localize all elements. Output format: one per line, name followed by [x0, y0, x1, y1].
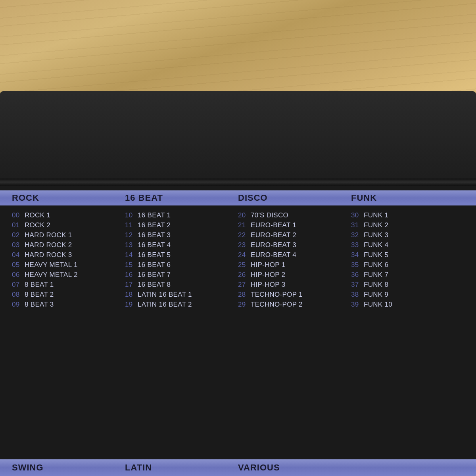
list-item: 39 FUNK 10	[351, 299, 464, 309]
item-number: 32	[351, 231, 364, 239]
item-label: FUNK 1	[364, 211, 388, 219]
item-number: 20	[238, 211, 251, 219]
list-item: 23 EURO-BEAT 3	[238, 240, 351, 250]
item-number: 38	[351, 291, 364, 299]
column-disco: 20 70'S DISCO21 EURO-BEAT 122 EURO-BEAT …	[238, 210, 351, 309]
column-rock: 00 ROCK 101 ROCK 202 HARD ROCK 103 HARD …	[12, 210, 125, 309]
column-funk: 30 FUNK 131 FUNK 232 FUNK 333 FUNK 434 F…	[351, 210, 464, 309]
item-label: 16 BEAT 6	[138, 261, 171, 269]
item-label: ROCK 2	[25, 221, 50, 229]
list-item: 27 HIP-HOP 3	[238, 280, 351, 290]
list-item: 05 HEAVY METAL 1	[12, 260, 125, 270]
item-number: 25	[238, 261, 251, 269]
item-number: 26	[238, 271, 251, 279]
list-item: 11 16 BEAT 2	[125, 220, 238, 230]
item-number: 02	[12, 231, 25, 239]
list-item: 28 TECHNO-POP 1	[238, 290, 351, 299]
item-number: 21	[238, 221, 251, 229]
list-item: 01 ROCK 2	[12, 220, 125, 230]
category-disco: DISCO	[238, 193, 351, 203]
item-label: FUNK 9	[364, 291, 388, 299]
bottom-category-header-bar: SWING LATIN VARIOUS	[0, 459, 476, 476]
list-item: 08 8 BEAT 2	[12, 290, 125, 299]
groove-separator	[0, 178, 476, 186]
item-number: 08	[12, 291, 25, 299]
list-item: 36 FUNK 7	[351, 270, 464, 280]
item-number: 15	[125, 261, 138, 269]
item-number: 37	[351, 281, 364, 289]
list-item: 09 8 BEAT 3	[12, 299, 125, 309]
item-label: HIP-HOP 1	[251, 261, 285, 269]
list-item: 19 LATIN 16 BEAT 2	[125, 299, 238, 309]
list-item: 20 70'S DISCO	[238, 210, 351, 220]
list-item: 17 16 BEAT 8	[125, 280, 238, 290]
item-label: FUNK 7	[364, 271, 388, 279]
list-item: 14 16 BEAT 5	[125, 250, 238, 260]
item-number: 24	[238, 251, 251, 259]
list-item: 15 16 BEAT 6	[125, 260, 238, 270]
item-label: EURO-BEAT 1	[251, 221, 296, 229]
item-number: 18	[125, 291, 138, 299]
list-item: 38 FUNK 9	[351, 290, 464, 299]
item-label: FUNK 6	[364, 261, 388, 269]
list-item: 29 TECHNO-POP 2	[238, 299, 351, 309]
item-label: FUNK 2	[364, 221, 388, 229]
list-item: 16 16 BEAT 7	[125, 270, 238, 280]
item-label: 16 BEAT 3	[138, 231, 171, 239]
item-label: 8 BEAT 1	[25, 281, 54, 289]
item-number: 10	[125, 211, 138, 219]
item-label: 16 BEAT 4	[138, 241, 171, 249]
list-item: 34 FUNK 5	[351, 250, 464, 260]
list-item: 02 HARD ROCK 1	[12, 230, 125, 240]
list-item: 22 EURO-BEAT 2	[238, 230, 351, 240]
item-number: 05	[12, 261, 25, 269]
item-number: 27	[238, 281, 251, 289]
item-number: 12	[125, 231, 138, 239]
list-item: 37 FUNK 8	[351, 280, 464, 290]
column-beat: 10 16 BEAT 111 16 BEAT 212 16 BEAT 313 1…	[125, 210, 238, 309]
item-number: 09	[12, 301, 25, 309]
category-rock: ROCK	[12, 193, 125, 203]
list-item: 26 HIP-HOP 2	[238, 270, 351, 280]
item-number: 36	[351, 271, 364, 279]
item-label: HIP-HOP 3	[251, 281, 285, 289]
list-item: 07 8 BEAT 1	[12, 280, 125, 290]
item-number: 13	[125, 241, 138, 249]
items-area: 00 ROCK 101 ROCK 202 HARD ROCK 103 HARD …	[0, 207, 476, 313]
list-item: 31 FUNK 2	[351, 220, 464, 230]
list-item: 18 LATIN 16 BEAT 1	[125, 290, 238, 299]
list-item: 10 16 BEAT 1	[125, 210, 238, 220]
item-number: 30	[351, 211, 364, 219]
item-label: LATIN 16 BEAT 2	[138, 301, 192, 309]
item-label: TECHNO-POP 2	[251, 301, 303, 309]
list-item: 12 16 BEAT 3	[125, 230, 238, 240]
item-number: 19	[125, 301, 138, 309]
item-label: LATIN 16 BEAT 1	[138, 291, 192, 299]
category-swing: SWING	[12, 463, 125, 473]
category-header-bar: ROCK 16 BEAT DISCO FUNK	[0, 190, 476, 205]
item-label: FUNK 4	[364, 241, 388, 249]
item-label: 8 BEAT 3	[25, 301, 54, 309]
item-label: FUNK 8	[364, 281, 388, 289]
item-label: TECHNO-POP 1	[251, 291, 303, 299]
list-item: 24 EURO-BEAT 4	[238, 250, 351, 260]
item-number: 34	[351, 251, 364, 259]
item-label: HEAVY METAL 1	[25, 261, 78, 269]
item-label: HARD ROCK 1	[25, 231, 72, 239]
item-label: HEAVY METAL 2	[25, 271, 78, 279]
item-number: 07	[12, 281, 25, 289]
item-number: 01	[12, 221, 25, 229]
list-item: 06 HEAVY METAL 2	[12, 270, 125, 280]
item-number: 14	[125, 251, 138, 259]
item-label: EURO-BEAT 3	[251, 241, 296, 249]
item-label: 16 BEAT 8	[138, 281, 171, 289]
item-number: 23	[238, 241, 251, 249]
item-label: ROCK 1	[25, 211, 50, 219]
item-label: 16 BEAT 2	[138, 221, 171, 229]
item-label: FUNK 10	[364, 301, 392, 309]
item-label: 16 BEAT 1	[138, 211, 171, 219]
list-item: 00 ROCK 1	[12, 210, 125, 220]
item-number: 04	[12, 251, 25, 259]
item-label: 8 BEAT 2	[25, 291, 54, 299]
item-number: 39	[351, 301, 364, 309]
